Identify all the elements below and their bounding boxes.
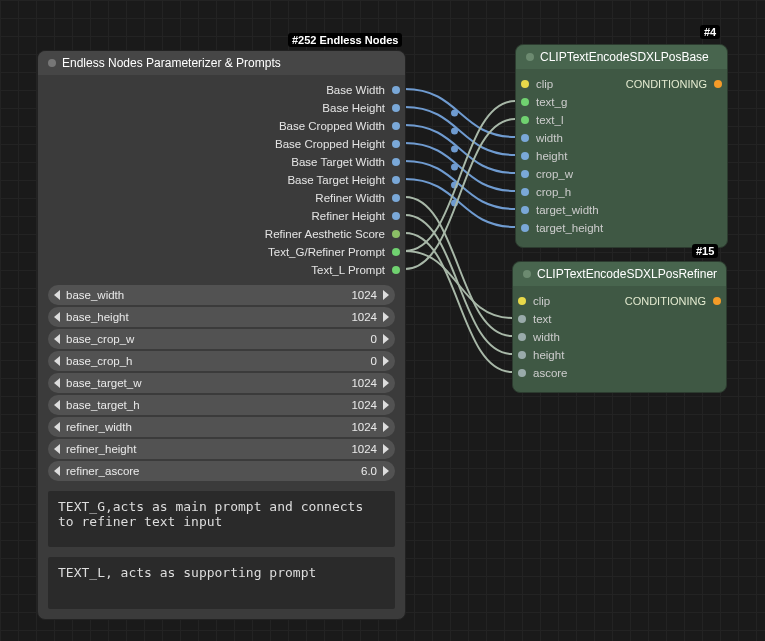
param-base_crop_h[interactable]: base_crop_h0 xyxy=(48,351,395,371)
port-dot[interactable] xyxy=(521,188,529,196)
port-dot[interactable] xyxy=(392,122,400,130)
input-port[interactable]: text_g xyxy=(526,93,717,111)
input-port[interactable]: ascore xyxy=(523,364,716,382)
input-port[interactable]: width xyxy=(526,129,717,147)
param-base_crop_w[interactable]: base_crop_w0 xyxy=(48,329,395,349)
port-dot[interactable] xyxy=(521,170,529,178)
decrement-icon[interactable] xyxy=(54,466,60,476)
node-badge: #15 xyxy=(692,244,718,258)
input-port[interactable]: text xyxy=(523,310,716,328)
port-dot[interactable] xyxy=(521,224,529,232)
port-dot[interactable] xyxy=(521,206,529,214)
port-dot[interactable] xyxy=(521,80,529,88)
port-dot[interactable] xyxy=(518,369,526,377)
port-dot[interactable] xyxy=(521,134,529,142)
decrement-icon[interactable] xyxy=(54,422,60,432)
port-dot[interactable] xyxy=(392,248,400,256)
output-port[interactable]: Base Cropped Height xyxy=(48,135,395,153)
increment-icon[interactable] xyxy=(383,466,389,476)
node-clip-encode-base[interactable]: CLIPTextEncodeSDXLPosBase CONDITIONING c… xyxy=(515,44,728,248)
port-dot[interactable] xyxy=(521,116,529,124)
increment-icon[interactable] xyxy=(383,356,389,366)
increment-icon[interactable] xyxy=(383,290,389,300)
input-port[interactable]: text_l xyxy=(526,111,717,129)
port-dot[interactable] xyxy=(518,351,526,359)
output-port[interactable]: Base Target Width xyxy=(48,153,395,171)
output-port[interactable]: Text_L Prompt xyxy=(48,261,395,279)
svg-point-3 xyxy=(451,164,458,171)
node-title[interactable]: CLIPTextEncodeSDXLPosBase xyxy=(516,45,727,69)
output-port[interactable]: Refiner Height xyxy=(48,207,395,225)
increment-icon[interactable] xyxy=(383,422,389,432)
decrement-icon[interactable] xyxy=(54,444,60,454)
port-dot[interactable] xyxy=(392,212,400,220)
output-port[interactable]: Text_G/Refiner Prompt xyxy=(48,243,395,261)
node-clip-encode-refiner[interactable]: CLIPTextEncodeSDXLPosRefiner CONDITIONIN… xyxy=(512,261,727,393)
text-l-input[interactable]: TEXT_L, acts as supporting prompt xyxy=(48,557,395,609)
svg-point-0 xyxy=(451,110,458,117)
port-dot[interactable] xyxy=(392,104,400,112)
svg-point-1 xyxy=(451,128,458,135)
port-dot[interactable] xyxy=(392,86,400,94)
input-port[interactable]: clip xyxy=(523,292,716,310)
svg-point-4 xyxy=(451,182,458,189)
node-badge: #252 Endless Nodes xyxy=(288,33,402,47)
decrement-icon[interactable] xyxy=(54,334,60,344)
param-base_width[interactable]: base_width1024 xyxy=(48,285,395,305)
output-port[interactable]: Base Height xyxy=(48,99,395,117)
input-port[interactable]: width xyxy=(523,328,716,346)
input-port[interactable]: crop_h xyxy=(526,183,717,201)
port-dot[interactable] xyxy=(521,98,529,106)
port-dot[interactable] xyxy=(518,297,526,305)
svg-point-5 xyxy=(451,200,458,207)
port-dot[interactable] xyxy=(392,230,400,238)
output-port[interactable]: Base Width xyxy=(48,81,395,99)
increment-icon[interactable] xyxy=(383,312,389,322)
decrement-icon[interactable] xyxy=(54,356,60,366)
increment-icon[interactable] xyxy=(383,334,389,344)
input-port[interactable]: target_width xyxy=(526,201,717,219)
port-dot[interactable] xyxy=(392,266,400,274)
input-port[interactable]: crop_w xyxy=(526,165,717,183)
decrement-icon[interactable] xyxy=(54,290,60,300)
node-badge: #4 xyxy=(700,25,720,39)
decrement-icon[interactable] xyxy=(54,312,60,322)
output-port[interactable]: Base Cropped Width xyxy=(48,117,395,135)
text-g-input[interactable]: TEXT_G,acts as main prompt and connects … xyxy=(48,491,395,547)
port-dot[interactable] xyxy=(392,176,400,184)
increment-icon[interactable] xyxy=(383,378,389,388)
port-dot[interactable] xyxy=(392,194,400,202)
decrement-icon[interactable] xyxy=(54,400,60,410)
port-dot[interactable] xyxy=(518,333,526,341)
param-base_height[interactable]: base_height1024 xyxy=(48,307,395,327)
increment-icon[interactable] xyxy=(383,444,389,454)
output-port[interactable]: Base Target Height xyxy=(48,171,395,189)
input-port[interactable]: target_height xyxy=(526,219,717,237)
svg-point-2 xyxy=(451,146,458,153)
input-ports: cliptextwidthheightascore xyxy=(523,292,716,382)
param-base_target_h[interactable]: base_target_h1024 xyxy=(48,395,395,415)
decrement-icon[interactable] xyxy=(54,378,60,388)
node-title[interactable]: Endless Nodes Parameterizer & Prompts xyxy=(38,51,405,75)
port-dot[interactable] xyxy=(518,315,526,323)
node-title[interactable]: CLIPTextEncodeSDXLPosRefiner xyxy=(513,262,726,286)
param-refiner_width[interactable]: refiner_width1024 xyxy=(48,417,395,437)
param-refiner_ascore[interactable]: refiner_ascore6.0 xyxy=(48,461,395,481)
param-list: base_width1024base_height1024base_crop_w… xyxy=(48,285,395,481)
param-base_target_w[interactable]: base_target_w1024 xyxy=(48,373,395,393)
input-port[interactable]: height xyxy=(523,346,716,364)
node-parameterizer[interactable]: Endless Nodes Parameterizer & Prompts Ba… xyxy=(37,50,406,620)
input-port[interactable]: clip xyxy=(526,75,717,93)
port-dot[interactable] xyxy=(521,152,529,160)
output-port[interactable]: Refiner Aesthetic Score xyxy=(48,225,395,243)
output-port[interactable]: Refiner Width xyxy=(48,189,395,207)
port-dot[interactable] xyxy=(392,158,400,166)
input-port[interactable]: height xyxy=(526,147,717,165)
port-dot[interactable] xyxy=(392,140,400,148)
increment-icon[interactable] xyxy=(383,400,389,410)
input-ports: cliptext_gtext_lwidthheightcrop_wcrop_ht… xyxy=(526,75,717,237)
output-ports: Base WidthBase HeightBase Cropped WidthB… xyxy=(48,81,395,279)
param-refiner_height[interactable]: refiner_height1024 xyxy=(48,439,395,459)
